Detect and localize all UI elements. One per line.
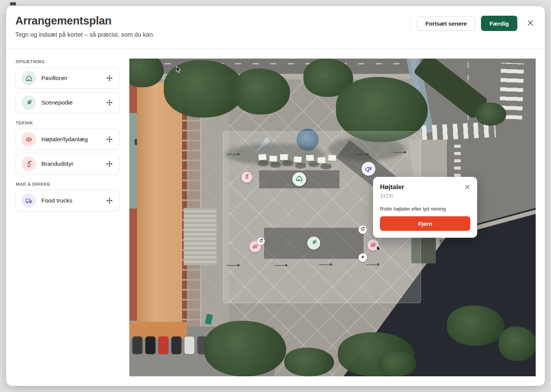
sidebar-item-label: Food trucks <box>41 197 100 204</box>
section-label-opsaetning: OPSÆTNING <box>16 59 45 64</box>
fire-extinguisher-marker[interactable] <box>241 172 252 183</box>
fire-extinguisher-icon <box>21 157 36 171</box>
tent-icon <box>295 175 303 184</box>
aerial-building-forecourt <box>187 80 229 331</box>
resize-icon <box>360 254 365 261</box>
close-button[interactable] <box>523 16 538 31</box>
aerial-tree <box>476 103 506 126</box>
aerial-crosswalk-small <box>454 142 461 177</box>
popup-title: Højtaler <box>380 183 470 191</box>
aerial-tree <box>164 60 244 118</box>
aerial-tree <box>284 348 334 376</box>
move-icon <box>105 74 114 82</box>
sidebar-item-label: Pavilloner <box>41 75 100 82</box>
popup-close-button[interactable] <box>461 181 473 194</box>
food-truck-icon <box>21 193 36 208</box>
rotate-icon <box>360 226 365 233</box>
aerial-road-top-markings <box>129 63 414 64</box>
food-truck-icon <box>363 163 374 174</box>
section-label-teknik: TEKNIK <box>16 121 33 125</box>
map-canvas[interactable]: Højtaler 1x1m Rotér højtaler efter lyd r… <box>129 59 536 376</box>
stage-rotate-handle[interactable] <box>359 225 367 234</box>
popup-dimensions: 1x1m <box>380 193 470 199</box>
continue-later-button[interactable]: Fortsæt senere <box>417 16 476 31</box>
speaker-icon <box>368 240 378 250</box>
aerial-parked-car <box>184 336 194 354</box>
sidebar-item-label: Højtaler/lydanlæg <box>41 136 100 143</box>
food-truck-marker[interactable] <box>362 162 375 176</box>
tent-marker[interactable] <box>292 172 306 186</box>
aerial-tree <box>499 327 536 361</box>
speaker-popup: Højtaler 1x1m Rotér højtaler efter lyd r… <box>373 177 477 238</box>
header-divider <box>411 15 411 32</box>
remove-button[interactable]: Fjern <box>380 216 470 231</box>
sidebar-item-label: Scenepodie <box>41 99 100 106</box>
speaker-rotate-handle[interactable] <box>257 237 265 245</box>
aerial-parked-car <box>145 336 155 354</box>
background-page-artifact <box>10 2 16 5</box>
aerial-parked-car <box>171 336 181 354</box>
aerial-tree <box>204 321 286 376</box>
header-actions: Fortsæt senere Færdig <box>411 15 538 32</box>
fire-extinguisher-icon <box>244 173 250 181</box>
close-icon <box>464 184 471 191</box>
page-subtitle: Tegn og indsæt på kortet – så præcist, s… <box>15 31 155 38</box>
microphone-marker[interactable] <box>307 237 320 250</box>
move-icon <box>105 135 114 144</box>
event-plan-modal: Arrangementsplan Tegn og indsæt på korte… <box>6 6 545 386</box>
page-title: Arrangementsplan <box>15 15 111 27</box>
sidebar-item-brandudstyr[interactable]: Brandudstyr <box>15 153 120 175</box>
aerial-building-tan-roof <box>137 82 183 331</box>
close-icon <box>526 19 535 28</box>
speaker-marker-right[interactable] <box>367 239 379 251</box>
move-icon <box>105 196 114 205</box>
aerial-parked-car <box>158 336 168 354</box>
section-label-mad-drikke: MAD & DRIKKE <box>16 182 50 186</box>
aerial-steps <box>184 208 217 265</box>
header-rule <box>6 48 545 49</box>
aerial-tree <box>378 351 416 376</box>
rotate-icon <box>259 238 264 245</box>
aerial-parked-car <box>132 336 142 354</box>
speaker-icon <box>21 132 36 147</box>
move-icon <box>105 98 114 107</box>
tent-icon <box>21 71 36 85</box>
sidebar-item-pavilloner[interactable]: Pavilloner <box>15 67 120 89</box>
stage-resize-handle[interactable] <box>359 253 367 262</box>
move-icon <box>105 160 114 168</box>
sidebar-item-label: Brandudstyr <box>41 160 100 167</box>
aerial-tree <box>447 305 504 346</box>
sidebar-item-food-trucks[interactable]: Food trucks <box>15 190 120 211</box>
aerial-tree <box>233 69 290 114</box>
popup-hint: Rotér højtaler efter lyd retning <box>380 206 470 212</box>
microphone-icon <box>310 239 318 248</box>
microphone-icon <box>21 95 36 110</box>
sidebar-item-hojtaler[interactable]: Højtaler/lydanlæg <box>15 129 120 150</box>
done-button[interactable]: Færdig <box>481 16 517 31</box>
sidebar-item-scenepodie[interactable]: Scenepodie <box>15 92 120 113</box>
